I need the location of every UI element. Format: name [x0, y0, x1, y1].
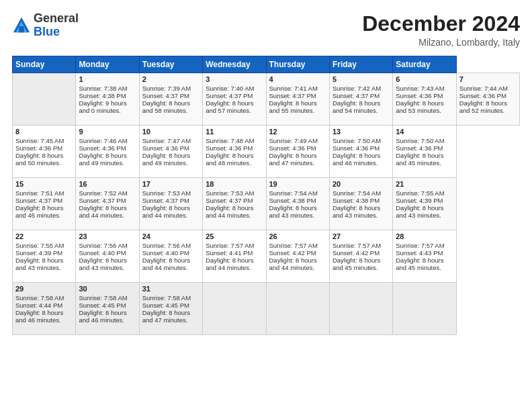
cell-info-line: Sunset: 4:42 PM: [269, 249, 326, 257]
cell-info-line: Sunset: 4:38 PM: [332, 197, 390, 204]
calendar-week-5: 29Sunrise: 7:58 AMSunset: 4:44 PMDayligh…: [13, 283, 520, 335]
cell-info-line: Sunrise: 7:58 AM: [79, 294, 136, 302]
cell-info-line: Sunset: 4:39 PM: [396, 197, 453, 204]
cell-info-line: Sunset: 4:37 PM: [142, 92, 200, 99]
day-number: 3: [206, 75, 263, 83]
cell-info-line: Daylight: 8 hours: [269, 257, 326, 264]
table-row: 9Sunrise: 7:46 AMSunset: 4:36 PMDaylight…: [76, 126, 139, 178]
cell-info-line: Sunset: 4:39 PM: [15, 249, 73, 257]
cell-info-line: Daylight: 8 hours: [15, 152, 73, 159]
col-sunday: Sunday: [13, 56, 76, 73]
table-row: 5Sunrise: 7:42 AMSunset: 4:37 PMDaylight…: [329, 73, 392, 126]
cell-info-line: Daylight: 8 hours: [142, 99, 200, 107]
cell-info-line: Sunrise: 7:54 AM: [332, 189, 390, 197]
cell-info-line: Sunrise: 7:55 AM: [15, 242, 73, 249]
cell-info-line: Daylight: 8 hours: [79, 309, 136, 316]
cell-info-line: Sunset: 4:44 PM: [15, 302, 73, 309]
day-number: 4: [269, 75, 326, 83]
table-row: 29Sunrise: 7:58 AMSunset: 4:44 PMDayligh…: [13, 283, 76, 335]
cell-info-line: and 44 minutes.: [206, 264, 263, 271]
col-tuesday: Tuesday: [139, 56, 202, 73]
day-number: 19: [269, 180, 326, 188]
day-number: 22: [15, 232, 73, 240]
cell-info-line: Sunrise: 7:55 AM: [396, 189, 453, 197]
cell-info-line: Sunset: 4:42 PM: [332, 249, 390, 257]
table-row: 3Sunrise: 7:40 AMSunset: 4:37 PMDaylight…: [203, 73, 266, 126]
logo: General Blue: [12, 12, 79, 39]
cell-info-line: Daylight: 8 hours: [142, 257, 200, 264]
cell-info-line: and 0 minutes.: [79, 107, 136, 114]
cell-info-line: Sunset: 4:38 PM: [269, 197, 326, 204]
calendar-table: Sunday Monday Tuesday Wednesday Thursday…: [12, 56, 520, 335]
cell-info-line: Sunset: 4:37 PM: [15, 197, 73, 204]
day-number: 10: [142, 128, 200, 136]
cell-info-line: Sunrise: 7:58 AM: [15, 294, 73, 302]
cell-info-line: Sunrise: 7:48 AM: [206, 137, 263, 144]
cell-info-line: Daylight: 8 hours: [206, 99, 263, 107]
cell-info-line: and 49 minutes.: [79, 159, 136, 167]
calendar-week-4: 22Sunrise: 7:55 AMSunset: 4:39 PMDayligh…: [13, 230, 520, 283]
cell-info-line: Sunrise: 7:47 AM: [142, 137, 200, 144]
table-row: 26Sunrise: 7:57 AMSunset: 4:42 PMDayligh…: [266, 230, 329, 283]
cell-info-line: and 43 minutes.: [332, 212, 390, 219]
day-number: 11: [206, 128, 263, 136]
cell-info-line: and 44 minutes.: [269, 264, 326, 271]
table-row: 30Sunrise: 7:58 AMSunset: 4:45 PMDayligh…: [76, 283, 139, 335]
cell-info-line: and 50 minutes.: [15, 159, 73, 167]
cell-info-line: and 47 minutes.: [142, 316, 200, 324]
cell-info-line: and 44 minutes.: [142, 212, 200, 219]
table-row: 15Sunrise: 7:51 AMSunset: 4:37 PMDayligh…: [13, 178, 76, 230]
day-number: 6: [396, 75, 453, 83]
cell-info-line: and 45 minutes.: [15, 212, 73, 219]
title-block: December 2024 Milzano, Lombardy, Italy: [362, 12, 520, 48]
table-row: 19Sunrise: 7:54 AMSunset: 4:38 PMDayligh…: [266, 178, 329, 230]
cell-info-line: and 44 minutes.: [142, 264, 200, 271]
cell-info-line: Daylight: 8 hours: [269, 204, 326, 212]
day-number: 24: [142, 232, 200, 240]
month-title: December 2024: [362, 12, 520, 36]
cell-info-line: and 45 minutes.: [332, 264, 390, 271]
location: Milzano, Lombardy, Italy: [362, 37, 520, 48]
cell-info-line: Daylight: 8 hours: [332, 257, 390, 264]
col-saturday: Saturday: [393, 56, 456, 73]
col-thursday: Thursday: [266, 56, 329, 73]
day-number: 29: [15, 285, 73, 293]
logo-general-text: General: [34, 11, 79, 25]
cell-info-line: Daylight: 8 hours: [206, 152, 263, 159]
cell-info-line: Sunset: 4:37 PM: [142, 197, 200, 204]
calendar-header: General Blue December 2024 Milzano, Lomb…: [12, 12, 520, 48]
cell-info-line: Sunset: 4:45 PM: [142, 302, 200, 309]
day-number: 25: [206, 232, 263, 240]
table-row: 17Sunrise: 7:53 AMSunset: 4:37 PMDayligh…: [139, 178, 202, 230]
cell-info-line: Daylight: 8 hours: [269, 99, 326, 107]
cell-info-line: Sunrise: 7:57 AM: [269, 242, 326, 249]
cell-info-line: Daylight: 8 hours: [332, 152, 390, 159]
day-number: 14: [396, 128, 453, 136]
day-number: 1: [79, 75, 136, 83]
cell-info-line: Daylight: 8 hours: [142, 152, 200, 159]
cell-info-line: Daylight: 8 hours: [79, 204, 136, 212]
table-row: 6Sunrise: 7:43 AMSunset: 4:36 PMDaylight…: [393, 73, 456, 126]
cell-info-line: Sunrise: 7:40 AM: [206, 85, 263, 92]
table-row: 21Sunrise: 7:55 AMSunset: 4:39 PMDayligh…: [393, 178, 456, 230]
header-row: Sunday Monday Tuesday Wednesday Thursday…: [13, 56, 520, 73]
cell-info-line: Sunrise: 7:57 AM: [206, 242, 263, 249]
cell-info-line: Sunrise: 7:57 AM: [332, 242, 390, 249]
cell-info-line: Daylight: 8 hours: [332, 204, 390, 212]
col-friday: Friday: [329, 56, 392, 73]
cell-info-line: Daylight: 8 hours: [396, 99, 453, 107]
cell-info-line: Sunset: 4:36 PM: [79, 144, 136, 152]
cell-info-line: Sunrise: 7:54 AM: [269, 189, 326, 197]
table-row: 2Sunrise: 7:39 AMSunset: 4:37 PMDaylight…: [139, 73, 202, 126]
cell-info-line: Sunrise: 7:51 AM: [15, 189, 73, 197]
cell-info-line: Sunset: 4:37 PM: [269, 92, 326, 99]
cell-info-line: and 43 minutes.: [396, 212, 453, 219]
col-wednesday: Wednesday: [203, 56, 266, 73]
table-row: 22Sunrise: 7:55 AMSunset: 4:39 PMDayligh…: [13, 230, 76, 283]
cell-info-line: and 54 minutes.: [332, 107, 390, 114]
cell-info-line: Sunset: 4:36 PM: [396, 144, 453, 152]
cell-info-line: Sunrise: 7:46 AM: [79, 137, 136, 144]
cell-info-line: Sunset: 4:37 PM: [206, 92, 263, 99]
table-row: 28Sunrise: 7:57 AMSunset: 4:43 PMDayligh…: [393, 230, 456, 283]
cell-info-line: Daylight: 8 hours: [15, 309, 73, 316]
